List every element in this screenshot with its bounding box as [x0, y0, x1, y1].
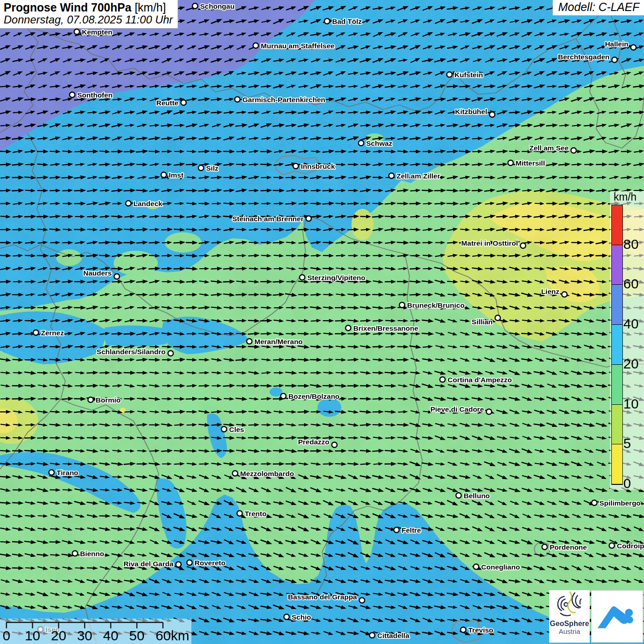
- svg-text:Nauders: Nauders: [83, 269, 112, 277]
- page-title: Prognose Wind 700hPa[km/h]: [4, 1, 173, 14]
- svg-text:Riva del Garda: Riva del Garda: [123, 560, 173, 568]
- title-text: Prognose Wind 700hPa: [4, 1, 132, 14]
- city-marker: Meran/Merano: [247, 338, 303, 345]
- city-marker: Schio: [284, 613, 311, 621]
- svg-text:Cittadella: Cittadella: [377, 632, 409, 639]
- geosphere-org-name: GeoSphere: [549, 620, 590, 628]
- svg-text:Feltre: Feltre: [402, 526, 421, 534]
- svg-text:Mittersill: Mittersill: [516, 159, 545, 167]
- scalebar-label: 10: [25, 628, 40, 643]
- geosphere-contour-icon: [555, 590, 584, 617]
- legend-segment: [612, 444, 622, 484]
- svg-text:Bruneck/Brunico: Bruneck/Brunico: [407, 301, 465, 309]
- svg-text:Bozen/Bolzano: Bozen/Bolzano: [288, 392, 339, 400]
- svg-text:Murnau am Staffelsee: Murnau am Staffelsee: [261, 42, 335, 50]
- svg-text:Innsbruck: Innsbruck: [301, 162, 335, 170]
- geosphere-country: Austria: [549, 628, 590, 636]
- weather-map-stage: SchongauBad TölzKemptenMurnau am Staffel…: [0, 0, 644, 644]
- svg-text:Sterzing/Vipiteno: Sterzing/Vipiteno: [307, 274, 365, 282]
- city-marker: Garmisch-Partenkirchen: [235, 96, 325, 104]
- svg-text:Garmisch-Partenkirchen: Garmisch-Partenkirchen: [242, 96, 325, 104]
- svg-text:Silz: Silz: [206, 164, 218, 172]
- svg-text:Pordenone: Pordenone: [550, 543, 587, 551]
- svg-text:Mezzolombardo: Mezzolombardo: [240, 470, 294, 477]
- svg-text:Sonthofen: Sonthofen: [77, 91, 113, 99]
- svg-text:Matrei in Osttirol: Matrei in Osttirol: [461, 239, 518, 247]
- svg-text:Bad Tölz: Bad Tölz: [332, 17, 362, 25]
- svg-text:Steinach am Brenner: Steinach am Brenner: [232, 215, 304, 223]
- legend-tick-label: 80: [623, 237, 638, 251]
- legend-tick-label: 5: [623, 437, 631, 450]
- svg-text:Cortina d'Ampezzo: Cortina d'Ampezzo: [448, 376, 512, 384]
- city-marker: Mezzolombardo: [232, 470, 294, 477]
- mountain-cloud-icon: [595, 596, 639, 637]
- legend-tick-label: 20: [623, 357, 638, 371]
- svg-text:Bormio: Bormio: [96, 396, 121, 404]
- legend-unit-label: km/h: [614, 191, 637, 203]
- svg-text:Spilimbergo: Spilimbergo: [599, 499, 641, 507]
- scalebar-label: 30: [77, 628, 92, 643]
- legend-tick-label: 40: [623, 317, 638, 331]
- scalebar-label: 40: [103, 628, 118, 643]
- svg-text:Zell am Ziller: Zell am Ziller: [397, 172, 440, 180]
- svg-text:Brixen/Bressanone: Brixen/Bressanone: [353, 324, 419, 332]
- svg-text:Codroipo: Codroipo: [617, 542, 644, 550]
- wind-speed-legend: km/h 806040201050: [610, 191, 644, 490]
- legend-segment: [612, 205, 622, 245]
- geosphere-logo: GeoSphere Austria: [549, 590, 590, 643]
- city-marker: Brixen/Bressanone: [345, 324, 418, 332]
- legend-segment: [612, 285, 622, 325]
- svg-text:Kitzbühel: Kitzbühel: [455, 108, 487, 115]
- partner-logo-box: [591, 590, 643, 643]
- svg-text:Conegliano: Conegliano: [481, 563, 520, 571]
- scalebar-label: 20: [51, 628, 66, 643]
- scalebar-ruler: 0102030405060km: [0, 619, 191, 644]
- svg-text:Cles: Cles: [229, 426, 244, 433]
- svg-text:Bienno: Bienno: [80, 550, 104, 558]
- legend-tick-label: 0: [623, 477, 631, 490]
- city-marker: Spilimbergo: [592, 499, 640, 507]
- svg-text:Lienz: Lienz: [541, 288, 559, 295]
- svg-text:Trento: Trento: [245, 510, 266, 518]
- title-unit: [km/h]: [135, 1, 166, 14]
- legend-tick-label: 60: [623, 277, 638, 291]
- city-marker: Bruneck/Brunico: [399, 301, 465, 309]
- scalebar-label: 50: [129, 628, 144, 643]
- city-marker: Schlanders/Silandro: [97, 348, 173, 356]
- city-marker: Bozen/Bolzano: [281, 392, 339, 400]
- legend-tick-label: 10: [623, 397, 638, 411]
- svg-text:Schwaz: Schwaz: [366, 139, 392, 147]
- city-marker: Imst: [161, 171, 184, 179]
- city-marker: Cles: [221, 426, 244, 433]
- forecast-timestamp: Donnerstag, 07.08.2025 11:00 Uhr: [4, 14, 173, 26]
- scalebar-label: 0: [3, 628, 11, 643]
- svg-text:Schongau: Schongau: [200, 2, 235, 10]
- svg-text:Rovereto: Rovereto: [195, 559, 225, 567]
- scalebar-label: 60km: [155, 628, 189, 643]
- svg-text:Tirano: Tirano: [57, 469, 78, 477]
- city-marker: Sterzing/Vipiteno: [299, 274, 365, 282]
- map-title-box: Prognose Wind 700hPa[km/h] Donnerstag, 0…: [0, 0, 178, 29]
- legend-segment: [612, 325, 622, 365]
- svg-text:Meran/Merano: Meran/Merano: [254, 338, 303, 345]
- svg-text:Berchtesgaden: Berchtesgaden: [558, 53, 610, 61]
- legend-segment: [612, 365, 622, 405]
- city-marker: Silz: [198, 164, 218, 172]
- svg-text:Schlanders/Silandro: Schlanders/Silandro: [97, 348, 166, 356]
- svg-text:Bassano del Grappa: Bassano del Grappa: [288, 593, 357, 601]
- svg-text:Predazzo: Predazzo: [298, 438, 329, 446]
- city-marker: Zell am Ziller: [389, 172, 440, 180]
- svg-text:Hallein: Hallein: [605, 40, 628, 48]
- svg-text:Kempten: Kempten: [82, 28, 112, 36]
- svg-text:Reutte: Reutte: [156, 99, 179, 107]
- svg-text:Treviso: Treviso: [468, 626, 493, 634]
- svg-text:Zernez: Zernez: [41, 329, 64, 337]
- distance-scalebar: 0102030405060km: [0, 619, 191, 644]
- city-marker: Steinach am Brenner: [232, 215, 311, 223]
- svg-text:Kufstein: Kufstein: [454, 71, 483, 79]
- city-marker: Feltre: [394, 526, 421, 534]
- map-canvas: SchongauBad TölzKemptenMurnau am Staffel…: [0, 0, 644, 644]
- city-marker: Riva del Garda: [123, 560, 181, 568]
- svg-text:Pieve di Cadore: Pieve di Cadore: [431, 405, 484, 413]
- city-marker: Cortina d'Ampezzo: [440, 376, 512, 384]
